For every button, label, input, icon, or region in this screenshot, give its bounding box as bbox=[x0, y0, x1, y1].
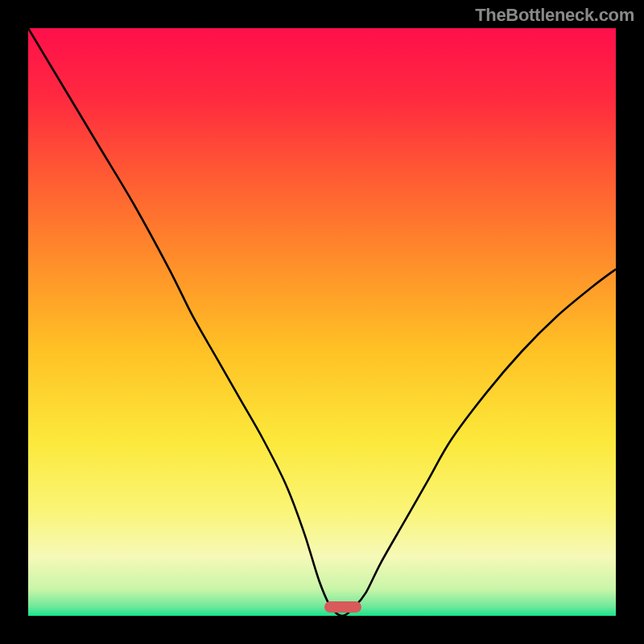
plot-area bbox=[28, 28, 616, 616]
watermark-text: TheBottleneck.com bbox=[475, 5, 634, 26]
chart-frame: TheBottleneck.com bbox=[0, 0, 644, 644]
bottleneck-curve bbox=[28, 28, 616, 616]
optimal-marker bbox=[324, 601, 361, 613]
